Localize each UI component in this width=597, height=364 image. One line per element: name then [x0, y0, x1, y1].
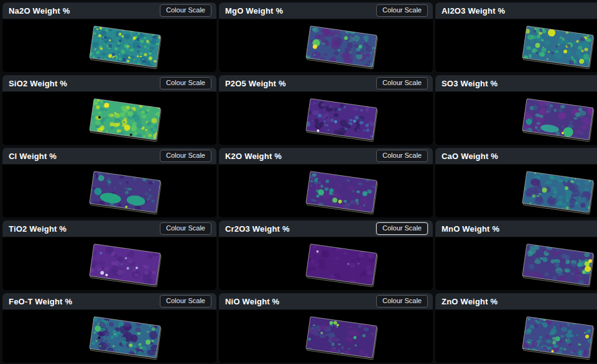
element-map-panel: Na2O Weight %Colour Scale [2, 2, 216, 72]
colour-scale-button[interactable]: Colour Scale [376, 222, 428, 235]
map-canvas[interactable] [219, 310, 433, 363]
panel-title: P2O5 Weight % [225, 79, 286, 88]
element-map-sample[interactable] [435, 19, 597, 72]
map-canvas[interactable] [2, 19, 216, 72]
panel-header: Cl Weight %Colour Scale [2, 148, 216, 165]
element-map-panel: K2O Weight %Colour Scale [219, 148, 433, 217]
element-map-panel: MgO Weight %Colour Scale [219, 2, 433, 72]
colour-scale-button[interactable]: Colour Scale [376, 4, 428, 17]
map-canvas[interactable] [435, 310, 597, 363]
map-canvas[interactable] [2, 237, 216, 290]
panel-title: Na2O Weight % [9, 6, 70, 16]
panel-header: MnO Weight %Colour Scale [435, 221, 597, 237]
element-map-panel: ZnO Weight %Colour Scale [435, 293, 597, 363]
element-map-panel: P2O5 Weight %Colour Scale [219, 75, 433, 145]
panel-header: FeO-T Weight %Colour Scale [2, 293, 216, 310]
colour-scale-button[interactable]: Colour Scale [376, 150, 428, 162]
panel-title: NiO Weight % [225, 297, 279, 306]
element-map-sample[interactable] [219, 92, 431, 145]
panel-title: K2O Weight % [225, 152, 282, 161]
map-canvas[interactable] [435, 19, 597, 72]
panel-title: ZnO Weight % [442, 297, 497, 306]
panel-header: SiO2 Weight %Colour Scale [2, 75, 216, 92]
panel-title: MnO Weight % [442, 224, 499, 234]
element-map-sample[interactable] [2, 237, 215, 290]
element-map-panel: SiO2 Weight %Colour Scale [2, 75, 216, 145]
panel-title: CaO Weight % [442, 152, 498, 161]
panel-header: CaO Weight %Colour Scale [435, 148, 597, 165]
colour-scale-button[interactable]: Colour Scale [160, 4, 211, 17]
element-map-panel: FeO-T Weight %Colour Scale [2, 293, 216, 363]
map-canvas[interactable] [435, 92, 597, 145]
panel-title: SiO2 Weight % [9, 79, 67, 88]
map-canvas[interactable] [219, 237, 433, 290]
element-map-sample[interactable] [2, 310, 215, 363]
element-map-sample[interactable] [2, 165, 215, 217]
panel-header: MgO Weight %Colour Scale [219, 2, 433, 19]
map-canvas[interactable] [219, 92, 433, 145]
element-map-sample[interactable] [435, 92, 597, 145]
element-map-sample[interactable] [435, 237, 597, 290]
panel-header: Cr2O3 Weight %Colour Scale [219, 221, 433, 237]
map-canvas[interactable] [219, 19, 433, 72]
element-map-grid: Na2O Weight %Colour Scale MgO Weight %Co… [0, 0, 597, 363]
element-map-panel: TiO2 Weight %Colour Scale [2, 221, 216, 290]
panel-header: SO3 Weight %Colour Scale [435, 75, 597, 92]
panel-header: K2O Weight %Colour Scale [219, 148, 433, 165]
panel-header: Na2O Weight %Colour Scale [2, 2, 216, 19]
element-map-panel: Cr2O3 Weight %Colour Scale [219, 221, 433, 290]
element-map-sample[interactable] [219, 310, 431, 363]
panel-title: Cl Weight % [9, 152, 57, 161]
element-map-sample[interactable] [435, 310, 597, 363]
element-map-sample[interactable] [219, 19, 431, 72]
panel-title: Cr2O3 Weight % [225, 224, 290, 234]
map-canvas[interactable] [435, 237, 597, 290]
element-map-sample[interactable] [219, 165, 431, 217]
panel-header: P2O5 Weight %Colour Scale [219, 75, 433, 92]
element-map-sample[interactable] [2, 19, 215, 72]
colour-scale-button[interactable]: Colour Scale [376, 295, 428, 307]
panel-header: TiO2 Weight %Colour Scale [2, 221, 216, 237]
panel-title: SO3 Weight % [442, 79, 497, 88]
panel-header: ZnO Weight %Colour Scale [435, 293, 597, 310]
element-map-panel: CaO Weight %Colour Scale [435, 148, 597, 217]
panel-title: Al2O3 Weight % [442, 6, 505, 16]
element-map-panel: Cl Weight %Colour Scale [2, 148, 216, 217]
panel-header: Al2O3 Weight %Colour Scale [435, 2, 597, 19]
colour-scale-button[interactable]: Colour Scale [160, 295, 211, 307]
colour-scale-button[interactable]: Colour Scale [160, 77, 211, 89]
map-canvas[interactable] [435, 165, 597, 217]
map-canvas[interactable] [2, 310, 216, 363]
element-map-panel: NiO Weight %Colour Scale [219, 293, 433, 363]
panel-title: TiO2 Weight % [9, 224, 67, 234]
colour-scale-button[interactable]: Colour Scale [376, 77, 428, 89]
colour-scale-button[interactable]: Colour Scale [160, 222, 211, 235]
element-map-sample[interactable] [435, 165, 597, 217]
element-map-panel: SO3 Weight %Colour Scale [435, 75, 597, 145]
map-canvas[interactable] [2, 165, 216, 217]
element-map-sample[interactable] [2, 92, 215, 145]
colour-scale-button[interactable]: Colour Scale [160, 150, 211, 162]
element-map-panel: Al2O3 Weight %Colour Scale [435, 2, 597, 72]
element-map-sample[interactable] [219, 237, 431, 290]
element-map-panel: MnO Weight %Colour Scale [435, 221, 597, 290]
panel-header: NiO Weight %Colour Scale [219, 293, 433, 310]
panel-title: MgO Weight % [225, 6, 283, 16]
map-canvas[interactable] [219, 165, 433, 217]
panel-title: FeO-T Weight % [9, 297, 72, 306]
map-canvas[interactable] [2, 92, 216, 145]
